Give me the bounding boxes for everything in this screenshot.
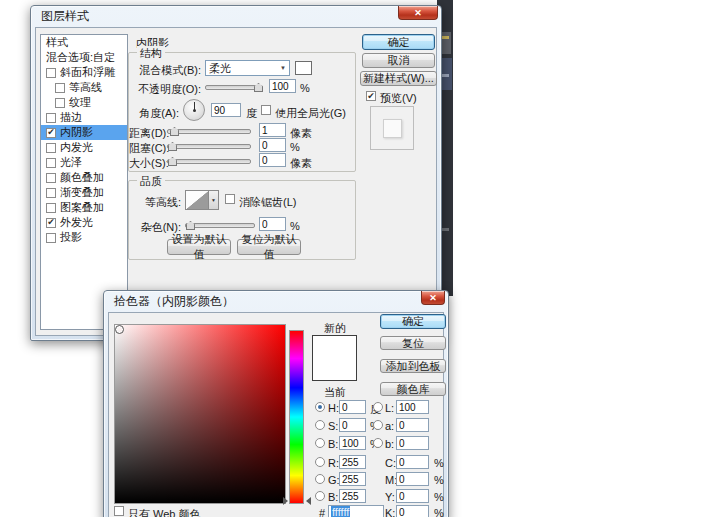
new-style-button[interactable]: 新建样式(W)... bbox=[360, 71, 437, 86]
sidebar-item-inner-shadow[interactable]: ✔内阴影 bbox=[41, 125, 127, 140]
checkbox[interactable] bbox=[46, 143, 56, 153]
h-input[interactable] bbox=[339, 400, 366, 414]
b2-input[interactable] bbox=[339, 489, 366, 503]
g-input[interactable] bbox=[339, 472, 366, 486]
checkbox[interactable] bbox=[46, 113, 56, 123]
reset-default-button[interactable]: 复位为默认值 bbox=[237, 239, 301, 255]
choke-input[interactable] bbox=[259, 138, 286, 152]
angle-dial[interactable] bbox=[183, 99, 205, 121]
set-default-button[interactable]: 设置为默认值 bbox=[167, 239, 231, 255]
choke-slider[interactable] bbox=[167, 144, 251, 149]
web-colors-only-label: 只有 Web 颜色 bbox=[128, 507, 201, 517]
checkbox[interactable] bbox=[46, 188, 56, 198]
sidebar-item-styles[interactable]: 样式 bbox=[41, 35, 127, 50]
sidebar-item-satin[interactable]: 光泽 bbox=[41, 155, 127, 170]
size-slider[interactable] bbox=[167, 159, 251, 164]
a-input[interactable] bbox=[396, 418, 429, 432]
a-radio[interactable] bbox=[373, 420, 383, 430]
sidebar-item-blending-options[interactable]: 混合选项:自定 bbox=[41, 50, 127, 65]
lab-b-radio[interactable] bbox=[373, 438, 383, 448]
h-radio[interactable] bbox=[315, 402, 325, 412]
distance-input[interactable] bbox=[259, 123, 286, 137]
color-field[interactable] bbox=[114, 324, 286, 504]
style-preview-inner bbox=[383, 119, 402, 138]
l-input[interactable] bbox=[396, 400, 429, 414]
checkbox[interactable] bbox=[46, 203, 56, 213]
contour-thumbnail[interactable] bbox=[185, 190, 209, 210]
sidebar-item-outer-glow[interactable]: ✔外发光 bbox=[41, 215, 127, 230]
l-radio[interactable] bbox=[373, 402, 383, 412]
add-to-swatches-button[interactable]: 添加到色板 bbox=[380, 359, 446, 373]
noise-input[interactable] bbox=[259, 217, 286, 231]
hex-input[interactable]: ffffff bbox=[328, 505, 384, 517]
noise-slider[interactable] bbox=[185, 223, 255, 228]
opacity-input[interactable] bbox=[269, 79, 296, 93]
y-input[interactable] bbox=[396, 489, 429, 503]
chevron-down-icon: ▼ bbox=[280, 65, 286, 71]
sidebar-item-gradient-overlay[interactable]: 渐变叠加 bbox=[41, 185, 127, 200]
k-input[interactable] bbox=[396, 505, 429, 517]
checkbox[interactable] bbox=[46, 173, 56, 183]
c-input[interactable] bbox=[396, 455, 429, 469]
color-picker-titlebar[interactable]: 拾色器（内阴影颜色） bbox=[104, 291, 448, 312]
sidebar-item-pattern-overlay[interactable]: 图案叠加 bbox=[41, 200, 127, 215]
checkbox[interactable] bbox=[46, 158, 56, 168]
b2-radio[interactable] bbox=[315, 491, 325, 501]
layer-style-titlebar[interactable]: 图层样式 bbox=[31, 6, 441, 27]
screen: 图层样式 ✕ 样式 混合选项:自定 斜面和浮雕 等高线 纹理 描边 ✔内阴影 内… bbox=[0, 0, 720, 517]
picker-reset-button[interactable]: 复位 bbox=[380, 336, 446, 350]
size-input[interactable] bbox=[259, 153, 286, 167]
choke-unit: % bbox=[290, 141, 300, 153]
angle-input[interactable] bbox=[211, 103, 241, 117]
close-icon[interactable]: ✕ bbox=[398, 6, 438, 20]
m-unit: % bbox=[434, 474, 444, 486]
s-radio[interactable] bbox=[315, 420, 325, 430]
sidebar-item-color-overlay[interactable]: 颜色叠加 bbox=[41, 170, 127, 185]
b-input[interactable] bbox=[339, 436, 366, 450]
b-radio[interactable] bbox=[315, 438, 325, 448]
close-icon[interactable]: ✕ bbox=[421, 291, 445, 305]
color-libraries-button[interactable]: 颜色库 bbox=[380, 382, 446, 396]
cancel-button[interactable]: 取消 bbox=[362, 53, 435, 68]
blend-mode-dropdown[interactable]: 柔光 ▼ bbox=[205, 60, 290, 76]
s-input[interactable] bbox=[339, 418, 366, 432]
hue-marker-left-icon[interactable] bbox=[283, 497, 288, 505]
hue-slider[interactable] bbox=[289, 330, 304, 504]
hue-marker-right-icon[interactable] bbox=[306, 497, 311, 505]
sidebar-item-stroke[interactable]: 描边 bbox=[41, 110, 127, 125]
shadow-color-swatch[interactable] bbox=[295, 61, 312, 75]
lab-b-input[interactable] bbox=[396, 436, 429, 450]
r-input[interactable] bbox=[339, 455, 366, 469]
distance-slider-thumb[interactable] bbox=[170, 127, 179, 136]
checkbox[interactable] bbox=[55, 98, 65, 108]
sidebar-item-bevel-emboss[interactable]: 斜面和浮雕 bbox=[41, 65, 127, 80]
preview-checkbox[interactable]: ✔ bbox=[366, 91, 376, 101]
opacity-slider-thumb[interactable] bbox=[254, 83, 263, 92]
checkbox-checked[interactable]: ✔ bbox=[46, 218, 56, 228]
m-input[interactable] bbox=[396, 472, 429, 486]
checkbox[interactable] bbox=[55, 83, 65, 93]
picker-ok-button[interactable]: 确定 bbox=[380, 314, 446, 329]
checkbox[interactable] bbox=[46, 233, 56, 243]
sidebar-item-drop-shadow[interactable]: 投影 bbox=[41, 230, 127, 245]
sidebar-item-contour[interactable]: 等高线 bbox=[41, 80, 127, 95]
sidebar-item-inner-glow[interactable]: 内发光 bbox=[41, 140, 127, 155]
checkbox[interactable] bbox=[46, 68, 56, 78]
r-radio[interactable] bbox=[315, 457, 325, 467]
g-radio[interactable] bbox=[315, 474, 325, 484]
angle-label: 角度(A): bbox=[129, 106, 179, 121]
distance-slider[interactable] bbox=[167, 129, 251, 134]
anti-alias-checkbox[interactable] bbox=[225, 194, 235, 204]
noise-slider-thumb[interactable] bbox=[186, 221, 195, 230]
sidebar-item-texture[interactable]: 纹理 bbox=[41, 95, 127, 110]
size-slider-thumb[interactable] bbox=[168, 157, 177, 166]
ok-button[interactable]: 确定 bbox=[362, 34, 435, 50]
color-field-marker[interactable] bbox=[115, 325, 124, 334]
checkbox-checked[interactable]: ✔ bbox=[46, 128, 56, 138]
web-colors-only-checkbox[interactable] bbox=[114, 506, 124, 516]
choke-slider-thumb[interactable] bbox=[168, 142, 177, 151]
opacity-slider[interactable] bbox=[205, 85, 263, 90]
contour-dropdown-arrow[interactable]: ▼ bbox=[209, 190, 219, 210]
layer-style-title: 图层样式 bbox=[41, 8, 89, 25]
use-global-light-checkbox[interactable] bbox=[261, 105, 271, 115]
